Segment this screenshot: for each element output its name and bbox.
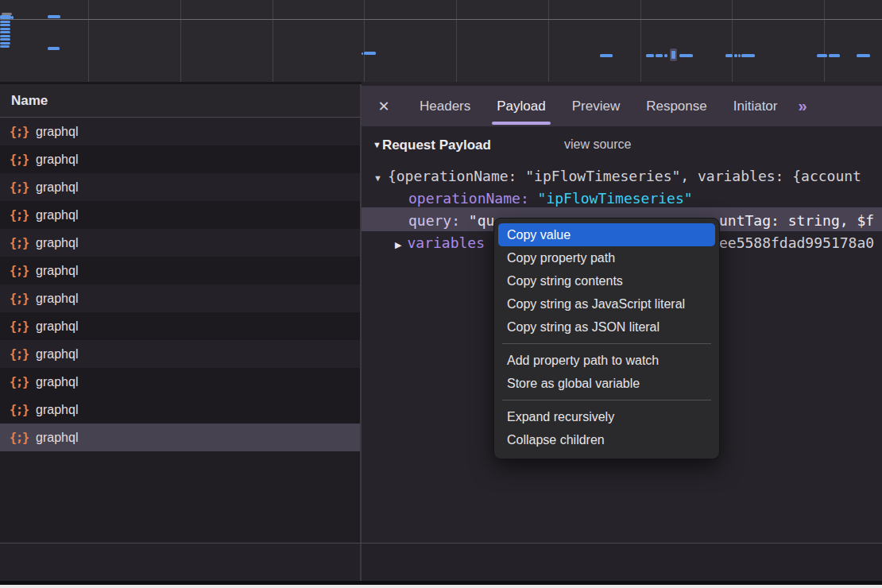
panel-splitter[interactable] <box>360 84 362 581</box>
menu-item-copy-property-path[interactable]: Copy property path <box>494 246 719 269</box>
request-row[interactable]: {;}graphql <box>0 118 360 145</box>
request-name: graphql <box>36 236 78 250</box>
menu-item-expand-recursively[interactable]: Expand recursively <box>494 405 719 428</box>
waterfall-bar <box>656 54 663 57</box>
waterfall-bar <box>0 15 11 19</box>
overview-gridline <box>180 0 181 82</box>
json-brackets-icon: {;} <box>10 431 29 445</box>
json-brackets-icon: {;} <box>10 180 29 195</box>
request-row[interactable]: {;}graphql <box>0 145 360 173</box>
waterfall-bar <box>11 16 14 19</box>
page-background-strip <box>0 585 882 588</box>
tab-response[interactable]: Response <box>646 86 707 126</box>
request-payload-section-header[interactable]: ▼Request Payload <box>373 137 491 153</box>
overview-gridline <box>824 0 825 82</box>
variables-row[interactable]: ▶variables <box>395 232 485 254</box>
waterfall-bar <box>362 52 363 55</box>
query-row[interactable]: query: "qu <box>408 210 494 232</box>
close-icon[interactable]: ✕ <box>374 98 393 115</box>
menu-item-add-property-path-to-watch[interactable]: Add property path to watch <box>494 349 719 372</box>
json-brackets-icon: {;} <box>10 319 29 334</box>
request-name: graphql <box>36 292 78 306</box>
payload-root-row[interactable]: ▼{operationName: "ipFlowTimeseries", var… <box>373 165 861 188</box>
overview-gridline <box>88 0 89 82</box>
waterfall-bar <box>48 15 60 18</box>
variables-row-continued: ee5588fdad995178a0 <box>719 232 874 254</box>
request-name: graphql <box>36 319 78 334</box>
waterfall-bar <box>857 54 870 57</box>
waterfall-bar <box>679 54 693 57</box>
waterfall-bar <box>0 24 10 26</box>
json-brackets-icon: {;} <box>10 347 29 362</box>
tab-payload[interactable]: Payload <box>497 86 545 126</box>
waterfall-bar <box>646 54 654 57</box>
menu-item-copy-string-json-literal[interactable]: Copy string as JSON literal <box>494 315 719 338</box>
query-row-continued: untTag: string, $f <box>719 210 874 232</box>
details-tab-bar: ✕ Headers Payload Preview Response Initi… <box>362 86 882 126</box>
overview-gridline <box>364 0 365 82</box>
menu-item-collapse-children[interactable]: Collapse children <box>494 428 719 451</box>
menu-item-store-as-global-variable[interactable]: Store as global variable <box>494 372 719 395</box>
devtools-network-panel: Name {;}graphql {;}graphql {;}graphql {;… <box>0 0 882 588</box>
request-row[interactable]: {;}graphql <box>0 173 360 201</box>
waterfall-bar <box>664 54 667 57</box>
collapsed-triangle-icon[interactable]: ▶ <box>395 240 401 250</box>
request-row[interactable]: {;}graphql <box>0 257 360 284</box>
request-row[interactable]: {;}graphql <box>0 229 360 257</box>
waterfall-bar <box>48 47 60 50</box>
request-name: graphql <box>36 125 78 139</box>
request-list-panel: Name {;}graphql {;}graphql {;}graphql {;… <box>0 84 360 581</box>
name-column-header[interactable]: Name <box>0 84 360 118</box>
request-name: graphql <box>36 375 78 389</box>
collapse-triangle-icon: ▼ <box>373 140 381 149</box>
menu-item-copy-value[interactable]: Copy value <box>498 223 715 246</box>
request-row[interactable]: {;}graphql <box>0 284 360 312</box>
property-preview-fragment: ee5588fdad995178a0 <box>719 234 874 251</box>
tab-initiator[interactable]: Initiator <box>733 86 778 126</box>
overview-gridline <box>640 0 641 82</box>
property-key: query: <box>408 212 469 229</box>
waterfall-bar <box>600 54 613 57</box>
waterfall-bar <box>817 54 827 57</box>
property-key: operationName: <box>408 190 538 207</box>
request-row[interactable]: {;}graphql <box>0 368 360 396</box>
menu-separator <box>502 343 711 344</box>
overview-gridline <box>548 0 549 82</box>
request-name: graphql <box>36 403 78 417</box>
property-value-fragment: untTag: string, $f <box>719 212 874 229</box>
menu-item-copy-string-js-literal[interactable]: Copy string as JavaScript literal <box>494 292 719 315</box>
view-source-link[interactable]: view source <box>564 137 631 152</box>
json-brackets-icon: {;} <box>10 375 29 389</box>
request-row[interactable]: {;}graphql <box>0 312 360 340</box>
more-tabs-icon[interactable]: » <box>798 97 805 115</box>
waterfall-bar <box>364 52 376 55</box>
tab-headers[interactable]: Headers <box>420 86 470 126</box>
tab-preview[interactable]: Preview <box>572 86 620 126</box>
request-row-selected[interactable]: {;}graphql <box>0 424 360 451</box>
overview-baseline <box>0 19 882 20</box>
json-brackets-icon: {;} <box>10 125 29 139</box>
payload-root-preview: {operationName: "ipFlowTimeseries", vari… <box>388 168 861 184</box>
property-key: variables <box>407 234 485 251</box>
property-value: "ipFlowTimeseries" <box>538 190 693 207</box>
menu-item-copy-string-contents[interactable]: Copy string contents <box>494 269 719 292</box>
request-name: graphql <box>36 347 78 362</box>
waterfall-bar <box>0 28 10 30</box>
request-name: graphql <box>36 264 78 278</box>
network-overview-timeline[interactable] <box>0 0 882 84</box>
expand-triangle-icon[interactable]: ▼ <box>373 173 382 183</box>
waterfall-bar <box>829 54 840 57</box>
request-row[interactable]: {;}graphql <box>0 396 360 424</box>
selected-request-marker <box>669 48 678 62</box>
json-brackets-icon: {;} <box>10 403 29 417</box>
request-row[interactable]: {;}graphql <box>0 340 360 368</box>
selected-request-marker-bar <box>671 51 675 59</box>
json-brackets-icon: {;} <box>10 264 29 278</box>
json-brackets-icon: {;} <box>10 208 29 222</box>
request-row[interactable]: {;}graphql <box>0 201 360 229</box>
request-name: graphql <box>36 180 78 195</box>
waterfall-bar <box>741 54 755 57</box>
overview-gridline <box>732 0 733 82</box>
request-name: graphql <box>36 208 78 222</box>
operation-name-row[interactable]: operationName: "ipFlowTimeseries" <box>408 188 693 210</box>
